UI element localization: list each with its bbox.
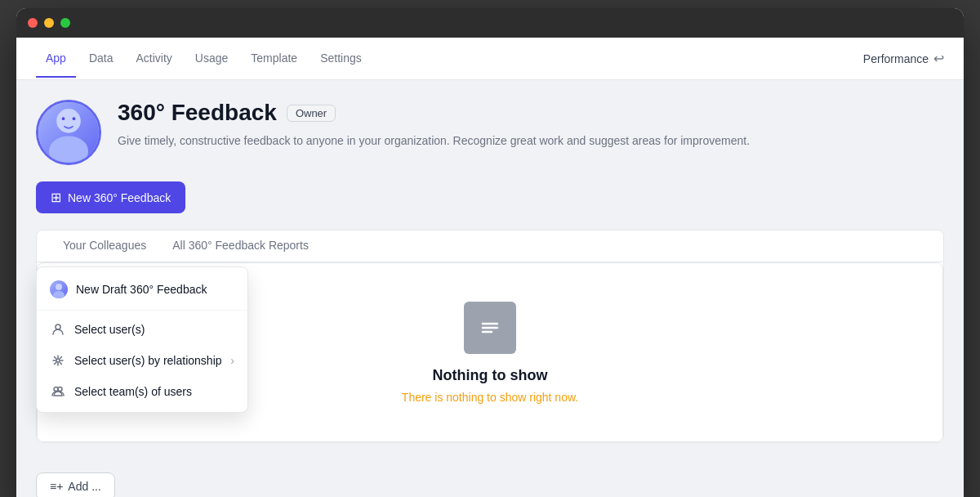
tab-your-colleagues[interactable]: Your Colleagues [50, 231, 159, 262]
svg-point-6 [56, 325, 60, 329]
svg-point-2 [62, 117, 65, 120]
nav-tab-usage[interactable]: Usage [185, 40, 238, 78]
svg-line-15 [55, 362, 56, 364]
close-dot[interactable] [28, 18, 38, 28]
add-icon: ≡+ [50, 480, 63, 493]
maximize-dot[interactable] [60, 18, 70, 28]
app-title-row: 360° Feedback Owner [118, 100, 944, 126]
app-title: 360° Feedback [118, 100, 277, 126]
user-icon [50, 321, 66, 338]
svg-line-12 [55, 357, 56, 359]
empty-state-icon [464, 302, 516, 354]
main-content: 360° Feedback Owner Give timely, constru… [16, 80, 964, 463]
relationship-icon [50, 352, 66, 369]
add-label: Add ... [68, 480, 100, 493]
nav-tab-data[interactable]: Data [79, 40, 123, 78]
nav-tabs: App Data Activity Usage Template Setting… [36, 40, 863, 78]
avatar-image [38, 102, 99, 163]
nav-tab-settings[interactable]: Settings [310, 40, 372, 78]
app-description: Give timely, constructive feedback to an… [118, 132, 944, 150]
dropdown-menu: New Draft 360° Feedback Select user(s) [36, 266, 248, 413]
nav-tab-app[interactable]: App [36, 40, 76, 78]
dropdown-item-by-relationship-label: Select user(s) by relationship [74, 354, 222, 367]
dropdown-item-teams-label: Select team(s) of users [74, 385, 192, 398]
dropdown-item-select-users-label: Select user(s) [74, 323, 145, 336]
app-window: App Data Activity Usage Template Setting… [16, 8, 964, 497]
content-tabs: Your Colleagues All 360° Feedback Report… [37, 231, 943, 262]
svg-point-0 [56, 109, 81, 133]
svg-point-7 [56, 359, 60, 362]
nothing-subtitle: There is nothing to show right now. [402, 391, 578, 404]
performance-button[interactable]: Performance ↩ [863, 51, 944, 66]
svg-point-5 [53, 291, 65, 298]
new-feedback-label: New 360° Feedback [68, 191, 171, 204]
svg-point-1 [49, 136, 88, 163]
new-feedback-icon: ⊞ [51, 190, 61, 205]
avatar [36, 100, 101, 165]
new-feedback-button[interactable]: ⊞ New 360° Feedback [36, 181, 185, 213]
tab-all-reports[interactable]: All 360° Feedback Reports [159, 231, 322, 262]
svg-point-3 [73, 117, 76, 120]
svg-line-13 [60, 362, 61, 364]
dropdown-item-select-users[interactable]: Select user(s) [37, 314, 247, 345]
dropdown-divider-1 [37, 310, 247, 311]
bottom-bar: ≡+ Add ... [16, 463, 964, 497]
nothing-title: Nothing to show [433, 367, 548, 384]
nav-right: Performance ↩ [863, 51, 944, 66]
dropdown-avatar [50, 280, 68, 298]
performance-label: Performance [863, 52, 929, 65]
dropdown-header-item[interactable]: New Draft 360° Feedback [37, 272, 247, 307]
add-button[interactable]: ≡+ Add ... [36, 472, 115, 497]
svg-point-17 [58, 387, 62, 392]
nav-tab-template[interactable]: Template [241, 40, 307, 78]
dropdown-item-teams[interactable]: Select team(s) of users [37, 376, 247, 407]
svg-line-14 [60, 357, 61, 359]
svg-point-4 [56, 284, 62, 290]
navbar: App Data Activity Usage Template Setting… [16, 38, 964, 80]
dropdown-header-label: New Draft 360° Feedback [76, 283, 207, 296]
team-icon [50, 383, 66, 400]
app-info: 360° Feedback Owner Give timely, constru… [118, 100, 944, 150]
dropdown-item-by-relationship[interactable]: Select user(s) by relationship › [37, 345, 247, 376]
chevron-right-icon: › [230, 354, 234, 367]
undo-icon: ↩ [933, 51, 944, 66]
app-header: 360° Feedback Owner Give timely, constru… [36, 100, 944, 165]
minimize-dot[interactable] [44, 18, 54, 28]
owner-badge: Owner [287, 105, 336, 122]
titlebar [16, 8, 964, 38]
nav-tab-activity[interactable]: Activity [127, 40, 182, 78]
